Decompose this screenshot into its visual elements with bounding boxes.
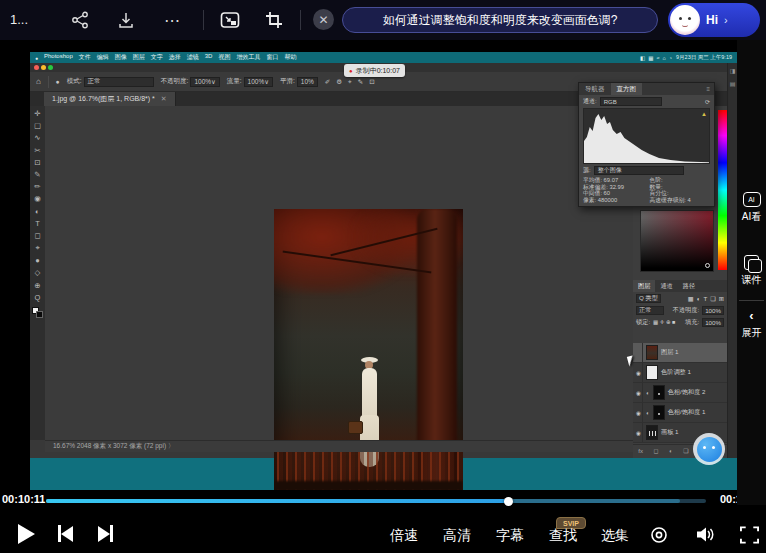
- crop-icon[interactable]: [262, 8, 286, 32]
- loop-icon[interactable]: [650, 526, 668, 548]
- color-swatches[interactable]: [32, 307, 43, 319]
- menu-item[interactable]: 滤镜: [187, 53, 199, 62]
- tab-paths[interactable]: 路径: [678, 280, 700, 292]
- subtitle-button[interactable]: 字幕: [496, 527, 524, 545]
- next-button[interactable]: [98, 525, 113, 542]
- menu-item[interactable]: 3D: [205, 53, 213, 62]
- previous-button[interactable]: [58, 525, 73, 542]
- options-icon[interactable]: ✎: [358, 78, 363, 86]
- layer-name[interactable]: 图层 1: [661, 348, 679, 357]
- picture-in-picture-icon[interactable]: [218, 8, 242, 32]
- search-question-pill[interactable]: 如何通过调整饱和度和明度来改变画面色调?: [342, 7, 658, 33]
- layer-name[interactable]: 色阶调整 1: [661, 368, 691, 377]
- smoothing-select[interactable]: 10%: [297, 77, 318, 87]
- collapse-icon-2[interactable]: ▤: [730, 80, 736, 87]
- tool-icon[interactable]: T: [35, 219, 40, 228]
- tab-channels[interactable]: 通道: [655, 280, 677, 292]
- options-icon[interactable]: ⚙: [336, 78, 342, 86]
- layer-name[interactable]: 色相/饱和度 2: [668, 388, 706, 397]
- tool-icon[interactable]: ✂: [34, 146, 40, 155]
- ai-watch-button[interactable]: AI AI看: [737, 192, 766, 224]
- brush-preset-icon[interactable]: ●: [56, 78, 60, 85]
- zoom-traffic-light[interactable]: [48, 65, 53, 70]
- fullscreen-icon[interactable]: [740, 526, 759, 548]
- status-icon[interactable]: ◧: [640, 55, 645, 61]
- fill-select[interactable]: 100%: [702, 318, 724, 327]
- options-icon[interactable]: ⊡: [369, 78, 374, 86]
- tool-icon[interactable]: ●: [35, 256, 40, 265]
- mode-field[interactable]: 模式: 正常: [67, 77, 154, 87]
- tool-icon[interactable]: ◇: [35, 268, 41, 277]
- play-button[interactable]: [18, 524, 35, 544]
- lock-icons[interactable]: ▦ ✛ ⊕ ■: [653, 319, 675, 325]
- eye-icon[interactable]: ◉: [635, 383, 643, 402]
- menu-item[interactable]: 文字: [151, 53, 163, 62]
- eye-icon[interactable]: ◉: [635, 403, 643, 422]
- expand-button[interactable]: ‹ 展开: [737, 308, 766, 340]
- menu-item[interactable]: 视图: [218, 53, 230, 62]
- background-color-swatch[interactable]: [36, 311, 43, 318]
- zoom-and-size-readout[interactable]: 16.67% 2048 像素 x 3072 像素 (72 ppi) 〉: [53, 442, 174, 451]
- courseware-button[interactable]: 课件: [737, 255, 766, 287]
- progress-knob[interactable]: [504, 497, 513, 506]
- filter-icon[interactable]: ⊞: [719, 295, 724, 302]
- layer-thumbnail[interactable]: [646, 345, 658, 360]
- layers-action-icon[interactable]: ◐: [669, 448, 673, 454]
- color-picker-field[interactable]: [640, 210, 714, 272]
- menu-item[interactable]: 图层: [133, 53, 145, 62]
- eye-icon[interactable]: ◉: [635, 363, 643, 382]
- tool-icon[interactable]: ✏: [34, 182, 40, 191]
- options-icon[interactable]: ⌖: [348, 78, 352, 86]
- minimize-traffic-light[interactable]: [41, 65, 46, 70]
- tool-icon[interactable]: ⊕: [34, 281, 40, 290]
- flow-field[interactable]: 流量: 100% ∨: [227, 77, 273, 87]
- assistant-hi-button[interactable]: Hi ›: [668, 3, 760, 37]
- document-tab[interactable]: 1.jpg @ 16.7%(图层 1, RGB/8*) * ✕: [44, 92, 176, 106]
- download-icon[interactable]: [114, 8, 138, 32]
- layer-row[interactable]: ◉ 色阶调整 1: [633, 363, 727, 383]
- cache-warning-icon[interactable]: ▲: [701, 111, 707, 117]
- filter-icon[interactable]: ❏: [710, 295, 716, 302]
- more-options-icon[interactable]: ⋯: [160, 8, 184, 32]
- blend-mode-select[interactable]: 正常: [636, 306, 664, 315]
- apple-menu-icon[interactable]: ●: [35, 55, 38, 61]
- layers-action-icon[interactable]: ◻: [654, 447, 659, 454]
- eye-icon[interactable]: ◉: [635, 423, 643, 442]
- eye-icon[interactable]: [635, 343, 643, 362]
- menu-item[interactable]: 选择: [169, 53, 181, 62]
- menu-item[interactable]: 文件: [79, 53, 91, 62]
- menu-item[interactable]: 窗口: [266, 53, 278, 62]
- quality-button[interactable]: 高清: [443, 527, 471, 545]
- status-icon[interactable]: ◔: [669, 55, 672, 61]
- panel-menu-icon[interactable]: ≡: [702, 83, 714, 95]
- speed-button[interactable]: 倍速: [390, 527, 418, 545]
- opacity-select[interactable]: 100% ∨: [190, 77, 219, 87]
- tab-histogram[interactable]: 直方图: [611, 83, 643, 95]
- tool-icon[interactable]: ◻: [34, 231, 40, 240]
- tab-layers[interactable]: 图层: [633, 280, 655, 292]
- menu-item[interactable]: 图像: [115, 53, 127, 62]
- tool-icon[interactable]: ∿: [34, 133, 40, 142]
- layer-mask-thumbnail[interactable]: [653, 385, 665, 400]
- layers-opacity-select[interactable]: 100%: [702, 306, 724, 315]
- tool-icon[interactable]: ◉: [34, 194, 41, 203]
- source-select[interactable]: 整个图像: [594, 166, 684, 175]
- share-icon[interactable]: [68, 8, 92, 32]
- layer-row-selected[interactable]: 图层 1: [633, 343, 727, 363]
- flow-select[interactable]: 100% ∨: [244, 77, 273, 87]
- document-tab-close-icon[interactable]: ✕: [161, 95, 167, 103]
- tool-icon[interactable]: ✎: [34, 170, 40, 179]
- menu-bar-clock[interactable]: 9月23日 周三 上午9:19: [676, 54, 732, 61]
- mode-select[interactable]: 正常: [84, 77, 154, 87]
- menu-item[interactable]: 增效工具: [236, 53, 260, 62]
- tool-icon[interactable]: ▢: [34, 121, 41, 130]
- color-picker-ring[interactable]: [705, 263, 710, 268]
- episodes-button[interactable]: 选集: [601, 527, 629, 545]
- filter-icon[interactable]: ▦: [688, 295, 694, 302]
- video-frame[interactable]: ● Photoshop文件编辑图像图层文字选择滤镜3D视图增效工具窗口帮助 ◧▦…: [30, 52, 737, 490]
- filter-icon[interactable]: T: [703, 295, 707, 302]
- ps-canvas[interactable]: [45, 106, 633, 440]
- tool-icon[interactable]: ✛: [34, 109, 40, 118]
- layers-action-icon[interactable]: fx: [638, 448, 643, 454]
- options-icon[interactable]: ✐: [325, 78, 330, 86]
